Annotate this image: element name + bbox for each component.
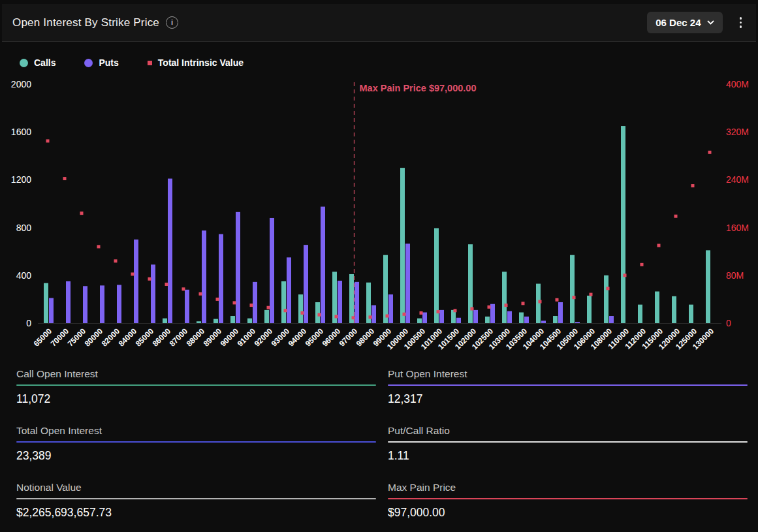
bar-puts — [151, 264, 155, 323]
intrinsic-dot — [607, 287, 610, 290]
bar-puts — [388, 294, 393, 323]
legend-label-puts: Puts — [99, 57, 118, 68]
stat-underline — [388, 498, 748, 499]
bar-calls — [706, 250, 710, 323]
x-axis-label: 93000 — [270, 326, 292, 349]
left-axis-tick: 0 — [26, 318, 31, 328]
stat-label: Max Pain Price — [388, 482, 748, 493]
bar-calls — [621, 126, 625, 323]
x-axis-label: 82000 — [100, 326, 122, 349]
right-axis-tick: 320M — [726, 127, 749, 137]
intrinsic-dot — [318, 313, 321, 317]
left-axis-tick: 1600 — [11, 127, 31, 137]
legend-item-intrinsic-value[interactable]: Total Intrinsic Value — [148, 57, 244, 68]
stat-label: Call Open Interest — [16, 368, 376, 380]
bar-puts — [490, 304, 495, 323]
bar-calls — [655, 292, 659, 323]
bar-puts — [338, 281, 342, 323]
stat-underline — [388, 441, 748, 443]
open-interest-chart[interactable]: 0400800120016002000080M160M240M320M400MM… — [0, 77, 758, 369]
intrinsic-dot — [674, 215, 678, 218]
intrinsic-dot — [522, 302, 525, 305]
bar-puts — [117, 285, 121, 323]
stat-total-open-interest: Total Open Interest 23,389 — [16, 425, 376, 463]
intrinsic-dot — [539, 300, 542, 304]
intrinsic-dot — [182, 287, 185, 290]
expiry-date-label: 06 Dec 24 — [655, 17, 701, 28]
bar-calls — [587, 296, 592, 323]
intrinsic-dot — [267, 306, 270, 309]
x-axis-label: 91000 — [236, 326, 258, 349]
intrinsic-dot — [505, 304, 508, 307]
stat-notional-value: Notional Value $2,265,693,657.73 — [16, 482, 376, 520]
bar-puts — [253, 282, 257, 323]
stat-value: $97,000.00 — [388, 506, 748, 520]
header-actions: 06 Dec 24 — [647, 12, 746, 33]
bar-puts — [185, 290, 189, 323]
left-axis-tick: 400 — [16, 270, 32, 281]
bar-calls — [383, 255, 388, 323]
info-icon[interactable]: i — [166, 16, 178, 29]
x-axis-label: 84000 — [117, 326, 139, 349]
intrinsic-swatch-icon — [148, 61, 152, 65]
legend-item-puts[interactable]: Puts — [84, 57, 118, 68]
bar-puts — [609, 316, 614, 323]
bar-puts — [83, 286, 87, 323]
stat-value: 12,317 — [388, 392, 748, 406]
x-axis-label: 86000 — [151, 326, 173, 349]
legend-item-calls[interactable]: Calls — [20, 57, 55, 68]
intrinsic-dot — [573, 296, 576, 299]
intrinsic-dot — [46, 139, 50, 142]
kebab-menu-icon[interactable] — [736, 14, 746, 31]
right-axis-tick: 80M — [726, 270, 744, 281]
chevron-down-icon — [707, 20, 714, 25]
bar-calls — [298, 294, 303, 323]
stat-value: $2,265,693,657.73 — [16, 506, 376, 520]
bar-calls — [349, 274, 354, 323]
intrinsic-dot — [403, 313, 406, 316]
intrinsic-dot — [488, 305, 491, 309]
bar-calls — [536, 284, 541, 323]
stat-underline — [16, 441, 376, 443]
bar-puts — [473, 310, 478, 323]
stat-label: Put Open Interest — [388, 368, 748, 380]
x-axis-label: 85000 — [134, 326, 156, 349]
bar-calls — [400, 168, 405, 323]
bar-puts — [236, 212, 240, 323]
bar-puts — [134, 240, 138, 323]
bar-calls — [434, 228, 439, 323]
bar-puts — [456, 318, 461, 323]
intrinsic-dot — [131, 272, 134, 275]
bar-calls — [315, 302, 320, 323]
stat-label: Total Open Interest — [16, 425, 376, 437]
x-axis-label: 70000 — [49, 326, 71, 349]
x-axis-label: 98000 — [355, 326, 377, 349]
bar-calls — [247, 319, 252, 323]
intrinsic-dot — [284, 309, 287, 312]
intrinsic-dot — [556, 298, 559, 302]
puts-swatch-icon — [84, 59, 93, 67]
intrinsic-dot — [352, 316, 355, 319]
bar-puts — [371, 305, 376, 323]
intrinsic-dot — [335, 315, 338, 318]
bar-puts — [507, 311, 512, 323]
expiry-date-selector[interactable]: 06 Dec 24 — [647, 12, 722, 33]
bar-calls — [570, 255, 575, 323]
title-row: Open Interest By Strike Price i — [12, 16, 178, 29]
bar-calls — [638, 305, 642, 323]
intrinsic-dot — [148, 277, 151, 281]
widget-header: Open Interest By Strike Price i 06 Dec 2… — [2, 4, 756, 42]
calls-swatch-icon — [20, 59, 28, 67]
bar-calls — [604, 275, 608, 323]
bar-puts — [405, 243, 410, 323]
bar-puts — [355, 282, 359, 323]
max-pain-annotation: Max Pain Price $97,000.00 — [360, 83, 477, 93]
bar-puts — [422, 313, 427, 323]
legend-label-intrinsic: Total Intrinsic Value — [158, 57, 244, 68]
intrinsic-dot — [80, 211, 84, 215]
x-axis-label: 75000 — [66, 326, 88, 349]
bar-calls — [553, 316, 558, 323]
x-axis-label: 80000 — [83, 326, 105, 349]
intrinsic-dot — [454, 309, 457, 312]
bar-puts — [558, 302, 563, 323]
